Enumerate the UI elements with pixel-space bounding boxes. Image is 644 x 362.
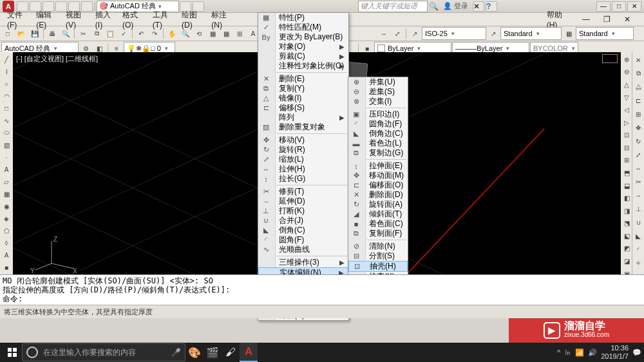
mic-icon[interactable]: 🎤: [171, 348, 181, 357]
new-icon[interactable]: □: [1, 27, 14, 40]
submenu-item[interactable]: ⊕并集(U): [348, 77, 408, 87]
app-colorwheel-icon[interactable]: 🎨: [185, 343, 204, 361]
taskbar-clock[interactable]: 10:36 2019/1/7: [601, 344, 629, 361]
preview-icon[interactable]: 🔍: [59, 27, 72, 40]
point-icon[interactable]: ·: [1, 151, 12, 163]
doc-restore-icon[interactable]: ❐: [597, 15, 616, 24]
arc-icon[interactable]: ◠: [1, 90, 12, 102]
rotate-icon[interactable]: ↻: [632, 135, 644, 148]
dim-icon[interactable]: ⤢: [391, 27, 404, 40]
login-link[interactable]: 👤 登录: [443, 1, 468, 11]
menu-item[interactable]: ⤢缩放(L): [258, 155, 348, 164]
app-paint-icon[interactable]: 🖌: [222, 343, 240, 361]
pline-icon[interactable]: ⌇: [1, 66, 12, 77]
array-icon[interactable]: ⊞: [632, 108, 644, 120]
submenu-item[interactable]: ▬着色边(L): [348, 138, 408, 148]
region-icon[interactable]: ▱: [1, 176, 12, 187]
menu-item[interactable]: 阵列▶: [258, 113, 348, 122]
menu-item[interactable]: 剪裁(C)▶: [258, 52, 348, 61]
break-icon[interactable]: ⊥: [632, 202, 644, 215]
copy-icon[interactable]: ⧉: [632, 67, 644, 80]
menu-item[interactable]: ✂修剪(T): [258, 187, 348, 196]
submenu-item[interactable]: ⧉复制面(F): [348, 229, 408, 238]
submenu-item[interactable]: ⧉复制边(G): [348, 148, 408, 158]
tb-icon[interactable]: ⊟: [620, 142, 633, 154]
submenu-item[interactable]: ◣倒角边(C): [348, 129, 408, 138]
menu-insert[interactable]: 插入(I): [91, 10, 118, 30]
explode-icon[interactable]: ✧: [632, 256, 644, 269]
tb-icon[interactable]: ◈: [1, 213, 12, 224]
viewport-controls[interactable]: [602, 54, 618, 63]
submenu-item[interactable]: ⊏偏移面(O): [348, 180, 408, 190]
menu-item[interactable]: △镜像(I): [258, 93, 348, 103]
menu-item[interactable]: ✥移动(V): [258, 135, 348, 145]
tb-icon[interactable]: △: [620, 79, 633, 91]
submenu-item[interactable]: ⊡抽壳(H): [348, 261, 408, 272]
tb-icon[interactable]: ⬕: [620, 230, 633, 242]
tb-icon[interactable]: ◁: [620, 104, 633, 116]
maximize-button[interactable]: □: [612, 1, 626, 12]
close-button[interactable]: ✕: [627, 1, 641, 12]
stretch-icon[interactable]: ↔: [632, 162, 644, 175]
app-movies-icon[interactable]: 🎬: [204, 343, 222, 361]
menu-format[interactable]: 格式(O): [118, 10, 148, 30]
menu-item[interactable]: ↕拉长(G): [258, 174, 348, 184]
help-icon[interactable]: ?: [486, 1, 497, 12]
app-autocad-icon[interactable]: A: [240, 343, 258, 362]
rect-icon[interactable]: □: [1, 102, 12, 114]
menu-item[interactable]: By更改为 ByLayer(B): [258, 32, 348, 42]
zoom-icon[interactable]: 🔍: [179, 27, 192, 40]
spline-icon[interactable]: ∿: [1, 115, 12, 126]
tb-icon[interactable]: ◨: [620, 205, 633, 217]
menu-item[interactable]: ↔拉伸(H): [258, 164, 348, 174]
text-icon[interactable]: A: [1, 164, 12, 175]
orbit-icon[interactable]: ⟲: [193, 27, 205, 40]
menu-help[interactable]: 帮助(H): [542, 10, 572, 30]
menu-item[interactable]: ⊏偏移(S): [258, 103, 348, 113]
join-icon[interactable]: ∪: [632, 216, 644, 229]
menu-item[interactable]: ⧉复制(Y): [258, 84, 348, 93]
submenu-item[interactable]: ↕拉伸面(E): [348, 161, 408, 171]
search-icon[interactable]: 🔍: [428, 2, 439, 11]
copy-icon[interactable]: ⧉: [90, 27, 103, 40]
tb-icon[interactable]: ⬓: [620, 180, 633, 192]
dimstyle-combo[interactable]: ISO-25▾: [422, 27, 486, 40]
tb-icon[interactable]: ◪: [620, 255, 633, 267]
command-line[interactable]: MO 闭合轮廓创建模式 [实体(SO)/曲面(SU)] <实体>: SO 指定拉…: [0, 274, 644, 305]
table-icon[interactable]: ▦: [562, 27, 575, 40]
offset-icon[interactable]: ⊏: [632, 94, 644, 107]
menu-item[interactable]: 注释性对象比例(O)▶: [258, 61, 348, 71]
scale-icon[interactable]: ⤢: [632, 148, 644, 161]
erase-icon[interactable]: ✕: [632, 53, 644, 66]
save-icon[interactable]: 💾: [28, 27, 41, 40]
tb-icon[interactable]: ⊖: [620, 66, 633, 79]
menu-item[interactable]: ↻旋转(R): [258, 145, 348, 155]
circle-icon[interactable]: ○: [1, 78, 12, 90]
menu-item[interactable]: ▨删除重复对象: [258, 122, 348, 132]
tb-icon[interactable]: ⊞: [620, 155, 633, 167]
submenu-item[interactable]: ↻旋转面(A): [348, 200, 408, 209]
tb-icon[interactable]: ▦: [220, 27, 232, 40]
doc-minimize-icon[interactable]: —: [576, 15, 596, 24]
dim-icon[interactable]: ↔: [377, 27, 390, 40]
tray-wifi-icon[interactable]: 📶: [575, 348, 584, 357]
menu-item[interactable]: ◣倒角(C): [258, 225, 348, 235]
trim-icon[interactable]: ✂: [632, 175, 644, 188]
minimize-button[interactable]: —: [596, 1, 611, 12]
menu-dim[interactable]: 标注(N): [207, 10, 236, 30]
move-icon[interactable]: ✥: [632, 121, 644, 134]
open-icon[interactable]: 📂: [15, 27, 28, 40]
tb-icon[interactable]: ⊕: [620, 53, 633, 66]
match-icon[interactable]: ✓: [117, 27, 130, 40]
submenu-item[interactable]: ◜圆角边(F): [348, 119, 408, 129]
mirror-icon[interactable]: ⧋: [632, 81, 644, 93]
tray-volume-icon[interactable]: 🔊: [588, 348, 597, 357]
tb-icon[interactable]: ■: [1, 262, 12, 273]
menu-item[interactable]: ⊥打断(K): [258, 206, 348, 216]
submenu-item[interactable]: ✕删除面(D): [348, 190, 408, 200]
submenu-item[interactable]: ⊟分割(S): [348, 251, 408, 261]
submenu-item[interactable]: ⊗交集(I): [348, 97, 408, 106]
tb-icon[interactable]: ⬒: [620, 167, 633, 179]
menu-item[interactable]: 三维操作(3)▶: [258, 258, 348, 267]
submenu-item[interactable]: ⊘清除(N): [348, 242, 408, 251]
